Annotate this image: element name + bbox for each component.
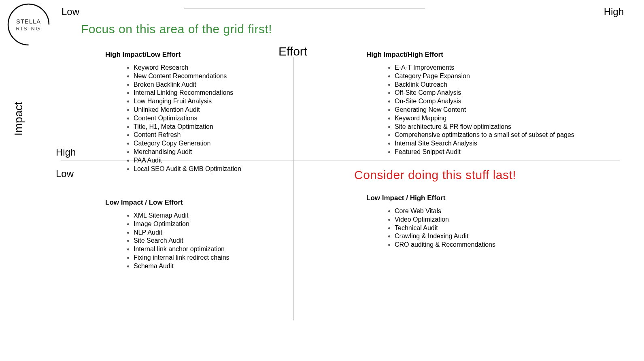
quadrant-low-impact-low-effort: Low Impact / Low Effort XML Sitemap Audi…: [105, 199, 283, 271]
list-item: Crawling & Indexing Audit: [395, 232, 585, 241]
list-item: Site architecture & PR flow optimization…: [395, 123, 585, 131]
quadrant-title: High Impact/High Effort: [366, 51, 585, 59]
last-callout: Consider doing this stuff last!: [354, 168, 585, 182]
focus-callout: Focus on this area of the grid first!: [81, 22, 272, 36]
list-item: Internal link anchor optimization: [134, 245, 283, 254]
impact-high-label: High: [56, 147, 76, 158]
vertical-divider: [293, 57, 294, 320]
list-item: On-Site Comp Analysis: [395, 97, 585, 106]
list-item: Content Refresh: [134, 131, 283, 139]
list-item: Technical Audit: [395, 224, 585, 233]
quadrant-high-impact-high-effort: High Impact/High Effort E-A-T Improvemen…: [366, 51, 585, 156]
quadrant-list: E-A-T ImprovementsCategory Page Expansio…: [366, 64, 585, 156]
quadrant-list: Core Web VitalsVideo OptimizationTechnic…: [366, 207, 585, 249]
list-item: Content Optimizations: [134, 114, 283, 123]
list-item: Internal Linking Recommendations: [134, 89, 283, 97]
list-item: Keyword Mapping: [395, 114, 585, 123]
list-item: Site Search Audit: [134, 237, 283, 245]
effort-axis-line: [184, 8, 425, 9]
quadrant-low-impact-high-effort: Consider doing this stuff last! Low Impa…: [366, 168, 585, 249]
list-item: Local SEO Audit & GMB Optimization: [134, 165, 283, 173]
quadrant-title: Low Impact / High Effort: [366, 194, 585, 202]
impact-low-label: Low: [56, 168, 74, 179]
matrix-grid: High Low High Impact/Low Effort Keyword …: [61, 57, 620, 312]
list-item: Video Optimization: [395, 216, 585, 224]
list-item: Category Copy Generation: [134, 139, 283, 148]
list-item: Off-Site Comp Analysis: [395, 89, 585, 97]
list-item: XML Sitemap Audit: [134, 211, 283, 220]
quadrant-title: Low Impact / Low Effort: [105, 199, 283, 207]
list-item: Featured Snippet Audit: [395, 148, 585, 156]
list-item: Category Page Expansion: [395, 72, 585, 81]
list-item: Keyword Research: [134, 64, 283, 72]
effort-low-label: Low: [62, 6, 79, 17]
list-item: Image Optimization: [134, 220, 283, 229]
quadrant-title: High Impact/Low Effort: [105, 51, 283, 59]
list-item: Unlinked Mention Audit: [134, 106, 283, 114]
list-item: Fixing internal link redirect chains: [134, 254, 283, 262]
slide: STELLA RISING Low High Focus on this are…: [0, 0, 644, 361]
list-item: Schema Audit: [134, 262, 283, 271]
impact-axis-label: Impact: [12, 102, 25, 136]
effort-high-label: High: [604, 6, 624, 17]
list-item: Title, H1, Meta Optimization: [134, 123, 283, 131]
quadrant-high-impact-low-effort: High Impact/Low Effort Keyword ResearchN…: [105, 51, 283, 173]
list-item: Comprehensive optimizations to a small s…: [395, 131, 585, 139]
list-item: New Content Recommendations: [134, 72, 283, 81]
list-item: Low Hanging Fruit Analysis: [134, 97, 283, 106]
quadrant-list: XML Sitemap AuditImage OptimizationNLP A…: [105, 211, 283, 271]
list-item: Generating New Content: [395, 106, 585, 114]
logo: STELLA RISING: [7, 3, 50, 46]
list-item: Broken Backlink Audit: [134, 81, 283, 89]
logo-bottom: RISING: [16, 26, 41, 32]
list-item: NLP Audit: [134, 229, 283, 237]
list-item: Merchandising Audit: [134, 148, 283, 156]
list-item: PAA Audit: [134, 156, 283, 165]
list-item: CRO auditing & Recommendations: [395, 241, 585, 249]
list-item: Backlink Outreach: [395, 81, 585, 89]
logo-top: STELLA: [16, 18, 41, 25]
list-item: Internal Site Search Analysis: [395, 139, 585, 148]
list-item: Core Web Vitals: [395, 207, 585, 216]
quadrant-list: Keyword ResearchNew Content Recommendati…: [105, 64, 283, 173]
list-item: E-A-T Improvements: [395, 64, 585, 72]
